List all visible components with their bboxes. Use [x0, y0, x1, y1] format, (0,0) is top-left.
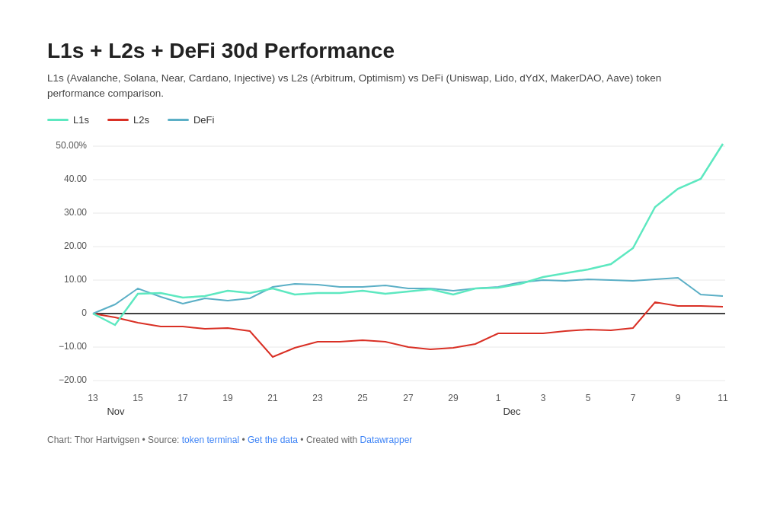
y-label-10: 10.00: [64, 274, 87, 285]
x-label-9: 9: [676, 393, 681, 403]
x-label-7: 7: [631, 393, 636, 403]
legend: L1s L2s DeFi: [47, 114, 733, 126]
x-label-21: 21: [267, 393, 278, 403]
x-label-1: 1: [496, 393, 501, 403]
y-label-20: 20.00: [64, 241, 87, 251]
chart-svg: 50.00% 40.00 30.00 20.00 10.00 0 −10.00 …: [47, 135, 733, 424]
legend-item-defi: DeFi: [168, 114, 214, 126]
legend-line-l1s: [47, 119, 69, 121]
data-link[interactable]: Get the data: [248, 435, 298, 445]
legend-line-defi: [168, 119, 189, 121]
footer-prefix: Chart: Thor Hartvigsen • Source:: [47, 435, 182, 445]
y-label-50: 50.00%: [56, 140, 87, 151]
x-label-11: 11: [718, 393, 728, 403]
chart-container: L1s + L2s + DeFi 30d Performance L1s (Av…: [24, 15, 756, 518]
l2s-line: [93, 302, 723, 357]
footer-suffix: • Created with: [298, 435, 360, 445]
l1s-line: [93, 144, 723, 325]
y-label-40: 40.00: [64, 174, 87, 184]
footer: Chart: Thor Hartvigsen • Source: token t…: [47, 435, 733, 445]
datawrapper-link[interactable]: Datawrapper: [360, 435, 413, 445]
legend-line-l2s: [107, 119, 129, 121]
x-label-15: 15: [133, 393, 143, 403]
legend-item-l1s: L1s: [47, 114, 89, 126]
month-dec: Dec: [503, 406, 521, 417]
defi-line: [93, 278, 723, 314]
footer-middle: •: [239, 435, 248, 445]
chart-title: L1s + L2s + DeFi 30d Performance: [47, 38, 733, 64]
x-label-25: 25: [357, 393, 368, 403]
source-link[interactable]: token terminal: [182, 435, 239, 445]
x-label-27: 27: [403, 393, 414, 403]
x-label-3: 3: [541, 393, 546, 403]
x-label-13: 13: [88, 393, 98, 403]
x-label-19: 19: [222, 393, 233, 403]
y-label-0: 0: [82, 307, 87, 318]
x-label-23: 23: [312, 393, 323, 403]
x-label-17: 17: [177, 393, 188, 403]
month-nov: Nov: [107, 406, 125, 417]
legend-label-defi: DeFi: [193, 114, 214, 126]
x-label-5: 5: [586, 393, 591, 403]
y-label-neg20: −20.00: [59, 374, 87, 385]
legend-label-l2s: L2s: [133, 114, 149, 126]
chart-area: 50.00% 40.00 30.00 20.00 10.00 0 −10.00 …: [47, 135, 733, 424]
y-label-neg10: −10.00: [59, 341, 87, 352]
legend-label-l1s: L1s: [73, 114, 89, 126]
legend-item-l2s: L2s: [107, 114, 149, 126]
y-label-30: 30.00: [64, 207, 87, 218]
x-label-29: 29: [448, 393, 459, 403]
chart-subtitle: L1s (Avalanche, Solana, Near, Cardano, I…: [47, 71, 672, 102]
